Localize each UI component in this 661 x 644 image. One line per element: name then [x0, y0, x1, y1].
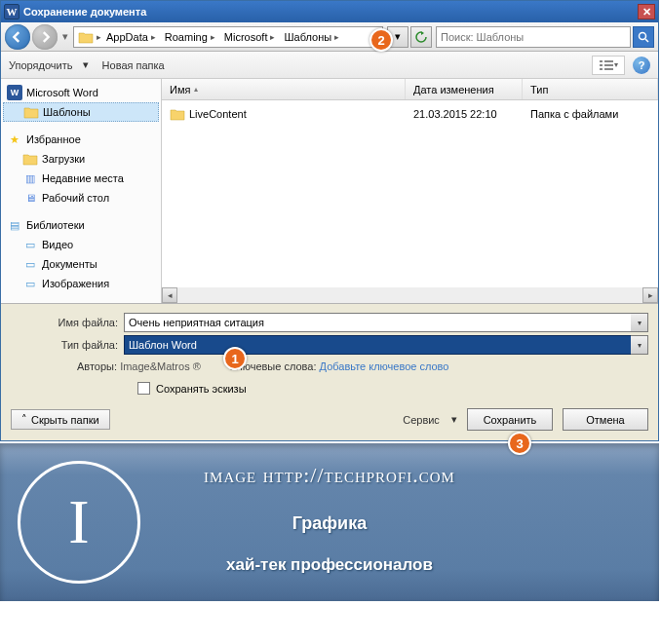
fname-label: Имя файла:: [11, 317, 118, 328]
file-date: 21.03.2015 22:10: [406, 104, 523, 124]
form-area: Имя файла: ▾ Тип файла: Шаблон Word ▾ Ав…: [1, 303, 658, 440]
file-name: LiveContent: [189, 108, 247, 120]
back-button[interactable]: [5, 24, 30, 50]
svg-rect-6: [600, 68, 603, 70]
tree-favorites[interactable]: ★ Избранное: [3, 130, 159, 149]
save-thumb-checkbox[interactable]: [137, 382, 150, 395]
cancel-button[interactable]: Отмена: [563, 408, 648, 431]
ftype-label: Тип файла:: [11, 339, 118, 351]
file-type: Папка с файлами: [523, 104, 658, 124]
search-input[interactable]: [437, 31, 630, 43]
crumb[interactable]: AppData ▸: [102, 27, 161, 47]
crumb[interactable]: Microsoft ▸: [220, 27, 281, 47]
svg-point-0: [640, 32, 646, 39]
keywords-hint[interactable]: Добавьте ключевое слово: [320, 360, 449, 372]
ftype-dropdown[interactable]: ▾: [631, 335, 648, 355]
col-date[interactable]: Дата изменения: [406, 79, 523, 99]
badge-2: 2: [369, 28, 393, 52]
titlebar[interactable]: W Сохранение документа ✕: [1, 1, 658, 22]
libraries-icon: ▤: [7, 217, 22, 233]
dialog-title: Сохранение документа: [23, 6, 638, 18]
column-headers: Имя ▴ Дата изменения Тип: [162, 79, 658, 100]
table-row[interactable]: LiveContent 21.03.2015 22:10 Папка с фай…: [162, 100, 658, 128]
new-folder-button[interactable]: Новая папка: [102, 59, 165, 71]
refresh-button[interactable]: [410, 26, 432, 48]
chevron-up-icon: ˄: [21, 413, 27, 426]
h-scrollbar[interactable]: ◂ ▸: [162, 287, 658, 303]
service-menu[interactable]: Сервис ▾: [403, 413, 457, 426]
tree-recent[interactable]: ▥ Недавние места: [3, 169, 159, 188]
close-button[interactable]: ✕: [638, 4, 655, 19]
svg-rect-5: [604, 64, 613, 66]
folder-icon: [170, 106, 185, 122]
view-mode-button[interactable]: ▾: [592, 56, 625, 75]
badge-3: 3: [508, 432, 531, 455]
recent-icon: ▥: [22, 170, 38, 186]
tree-downloads[interactable]: Загрузки: [3, 149, 159, 169]
folder-icon: [78, 29, 94, 45]
folder-icon: [22, 151, 38, 167]
authors-label: Авторы:: [77, 360, 117, 372]
tree-documents[interactable]: ▭ Документы: [3, 254, 159, 274]
svg-rect-4: [600, 64, 603, 66]
svg-line-1: [645, 39, 648, 42]
crumb[interactable]: Шаблоны ▸: [280, 27, 344, 47]
tree-pictures[interactable]: ▭ Изображения: [3, 274, 159, 293]
save-dialog: W Сохранение документа ✕ ▾ ▸ AppData ▸ R…: [0, 0, 659, 441]
tree-videos[interactable]: ▭ Видео: [3, 235, 159, 254]
toolbar: Упорядочить ▾ Новая папка ▾ ?: [1, 52, 658, 79]
footer-logo: I: [18, 461, 140, 584]
history-dropdown[interactable]: ▾: [59, 27, 71, 47]
hide-folders-button[interactable]: ˄ Скрыть папки: [11, 409, 110, 430]
breadcrumb[interactable]: ▸ AppData ▸ Roaming ▸ Microsoft ▸ Шаблон…: [73, 26, 383, 48]
desktop-icon: 🖥: [22, 190, 38, 206]
col-type[interactable]: Тип: [523, 79, 658, 99]
filename-input[interactable]: [124, 313, 648, 332]
scroll-right[interactable]: ▸: [642, 287, 658, 303]
word-app-icon: W: [4, 4, 19, 19]
search-button[interactable]: [633, 26, 654, 48]
word-icon: W: [7, 85, 22, 100]
forward-button[interactable]: [32, 24, 58, 50]
tree-desktop[interactable]: 🖥 Рабочий стол: [3, 188, 159, 208]
star-icon: ★: [7, 132, 22, 147]
file-list[interactable]: Имя ▴ Дата изменения Тип LiveContent 21.…: [162, 79, 658, 303]
tree-word[interactable]: W Microsoft Word: [3, 83, 159, 102]
organize-menu[interactable]: Упорядочить ▾: [9, 58, 89, 71]
footer-banner: I image http://techprofi.com Графика хай…: [0, 443, 659, 601]
help-button[interactable]: ?: [633, 57, 650, 74]
tree-libraries[interactable]: ▤ Библиотеки: [3, 215, 159, 235]
col-name[interactable]: Имя ▴: [162, 79, 406, 99]
nav-bar: ▾ ▸ AppData ▸ Roaming ▸ Microsoft ▸ Шабл…: [1, 22, 658, 52]
save-thumb-label: Сохранять эскизы: [156, 383, 247, 395]
tree-templates[interactable]: Шаблоны: [3, 102, 159, 122]
pictures-icon: ▭: [22, 276, 38, 291]
crumb[interactable]: Roaming ▸: [161, 27, 220, 47]
authors-value[interactable]: Image&Matros ®: [120, 360, 201, 372]
filetype-select[interactable]: Шаблон Word: [124, 335, 648, 355]
svg-rect-7: [604, 68, 613, 70]
scroll-left[interactable]: ◂: [162, 287, 177, 303]
save-button[interactable]: Сохранить: [467, 408, 553, 431]
documents-icon: ▭: [22, 256, 38, 272]
tree[interactable]: W Microsoft Word Шаблоны ★ Избранное Заг…: [1, 79, 162, 303]
svg-rect-3: [604, 60, 613, 62]
search-box[interactable]: [436, 26, 631, 48]
video-icon: ▭: [22, 237, 38, 252]
folder-icon: [23, 104, 39, 120]
svg-rect-2: [600, 60, 603, 62]
badge-1: 1: [223, 347, 247, 370]
fname-dropdown[interactable]: ▾: [631, 313, 648, 332]
